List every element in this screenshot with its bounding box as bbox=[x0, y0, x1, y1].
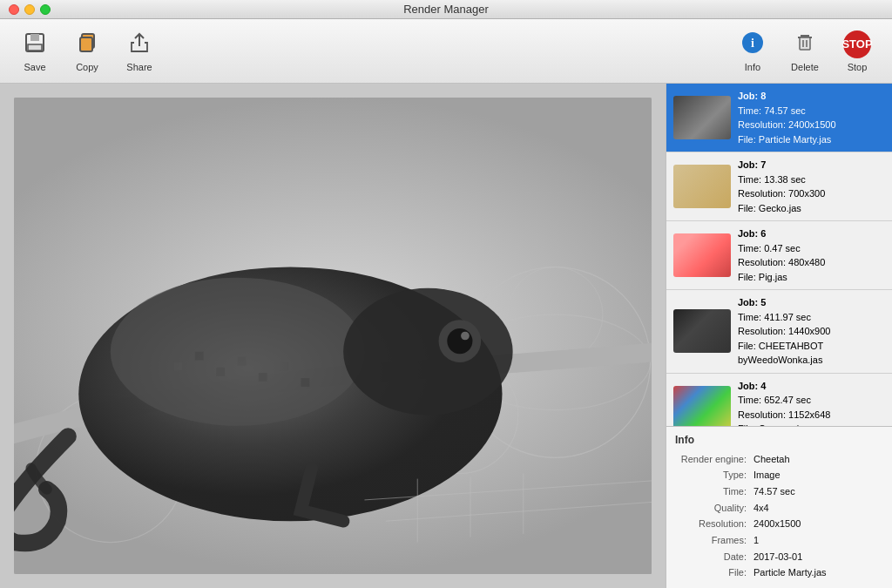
svg-rect-23 bbox=[238, 357, 247, 366]
stop-label: Stop bbox=[848, 62, 868, 72]
job-thumbnail bbox=[673, 386, 731, 426]
stop-button[interactable]: STOP Stop bbox=[833, 26, 882, 77]
window-title: Render Manager bbox=[403, 3, 489, 16]
info-button[interactable]: i Info bbox=[728, 26, 777, 77]
job-info-line: Resolution: 700x300 bbox=[738, 186, 885, 201]
right-panel: Job: 8Time: 74.57 secResolution: 2400x15… bbox=[666, 84, 892, 588]
list-item[interactable]: Job: 6Time: 0.47 secResolution: 480x480F… bbox=[666, 221, 892, 290]
info-value: 2017-03-01 bbox=[753, 549, 802, 565]
copy-icon bbox=[75, 30, 99, 58]
info-table: Render engine:CheetahType:ImageTime:74.5… bbox=[675, 451, 883, 582]
info-row: Frames:1 bbox=[675, 532, 883, 549]
maximize-button[interactable] bbox=[40, 4, 51, 15]
job-info-line: Resolution: 2400x1500 bbox=[738, 118, 885, 132]
list-item[interactable]: Job: 7Time: 13.38 secResolution: 700x300… bbox=[666, 152, 892, 221]
info-key: File: bbox=[675, 564, 753, 581]
info-key: Render engine: bbox=[675, 451, 753, 468]
info-label: Info bbox=[745, 62, 760, 72]
info-row: Render engine:Cheetah bbox=[675, 451, 883, 468]
stop-icon: STOP bbox=[843, 30, 871, 58]
info-row: Date:2017-03-01 bbox=[675, 549, 883, 565]
toolbar: Save Copy Share bbox=[0, 19, 892, 84]
toolbar-right-group: i Info Delete STOP Stop bbox=[728, 26, 882, 77]
save-icon bbox=[23, 30, 47, 58]
job-info-line: Job: 8 bbox=[738, 89, 885, 104]
svg-rect-22 bbox=[216, 368, 225, 376]
job-info: Job: 4Time: 652.47 secResolution: 1152x6… bbox=[738, 379, 885, 426]
info-icon: i bbox=[740, 30, 765, 58]
info-panel-title: Info bbox=[675, 434, 883, 446]
job-info-line: Time: 74.57 sec bbox=[738, 104, 885, 118]
traffic-lights bbox=[9, 4, 51, 15]
left-panel bbox=[0, 84, 666, 588]
svg-point-18 bbox=[447, 328, 472, 354]
job-info-line: File: Pig.jas bbox=[738, 270, 885, 285]
job-info-line: Resolution: 1152x648 bbox=[738, 408, 885, 422]
list-item[interactable]: Job: 8Time: 74.57 secResolution: 2400x15… bbox=[666, 84, 892, 152]
job-info-line: Job: 5 bbox=[738, 295, 885, 310]
info-key: Type: bbox=[675, 467, 753, 483]
svg-point-16 bbox=[343, 288, 512, 416]
info-value: 4x4 bbox=[753, 500, 769, 517]
svg-rect-24 bbox=[259, 373, 267, 382]
job-info: Job: 6Time: 0.47 secResolution: 480x480F… bbox=[738, 226, 885, 284]
save-button[interactable]: Save bbox=[10, 26, 59, 77]
info-key: Resolution: bbox=[675, 516, 753, 532]
delete-button[interactable]: Delete bbox=[780, 26, 829, 77]
job-info-line: Time: 0.47 sec bbox=[738, 241, 885, 256]
job-list: Job: 8Time: 74.57 secResolution: 2400x15… bbox=[666, 84, 892, 426]
info-value: 74.57 sec bbox=[753, 483, 795, 500]
toolbar-left-group: Save Copy Share bbox=[10, 26, 164, 77]
save-label: Save bbox=[24, 62, 45, 72]
delete-icon bbox=[793, 30, 817, 58]
info-row: Type:Image bbox=[675, 467, 883, 483]
svg-rect-26 bbox=[301, 378, 310, 387]
info-key: Quality: bbox=[675, 500, 753, 517]
svg-rect-21 bbox=[195, 352, 204, 361]
info-value: 2400x1500 bbox=[753, 516, 801, 532]
render-preview bbox=[14, 98, 652, 574]
job-info-line: File: Gecko.jas bbox=[738, 201, 885, 216]
delete-label: Delete bbox=[791, 62, 819, 72]
share-icon bbox=[127, 30, 152, 58]
job-info: Job: 5Time: 411.97 secResolution: 1440x9… bbox=[738, 295, 885, 368]
svg-point-15 bbox=[111, 278, 365, 426]
svg-rect-4 bbox=[80, 37, 92, 51]
job-info-line: Time: 13.38 sec bbox=[738, 172, 885, 187]
svg-rect-7 bbox=[800, 37, 810, 50]
job-info-line: Job: 4 bbox=[738, 379, 885, 394]
job-info: Job: 7Time: 13.38 secResolution: 700x300… bbox=[738, 158, 885, 215]
job-thumbnail bbox=[673, 96, 731, 139]
info-row: File:Particle Marty.jas bbox=[675, 564, 883, 581]
svg-rect-2 bbox=[28, 44, 42, 51]
render-background bbox=[14, 98, 652, 574]
close-button[interactable] bbox=[9, 4, 19, 15]
info-key: Frames: bbox=[675, 532, 753, 549]
copy-label: Copy bbox=[76, 62, 98, 72]
copy-button[interactable]: Copy bbox=[63, 26, 112, 77]
minimize-button[interactable] bbox=[24, 4, 35, 15]
job-info-line: File: Particle Marty.jas bbox=[738, 132, 885, 147]
list-item[interactable]: Job: 5Time: 411.97 secResolution: 1440x9… bbox=[666, 290, 892, 374]
main-content: Job: 8Time: 74.57 secResolution: 2400x15… bbox=[0, 84, 892, 588]
job-thumbnail bbox=[673, 233, 731, 277]
info-row: Time:74.57 sec bbox=[675, 483, 883, 500]
render-svg bbox=[14, 98, 652, 574]
info-value: 1 bbox=[753, 532, 759, 549]
job-info-line: Job: 6 bbox=[738, 226, 885, 241]
svg-rect-25 bbox=[280, 362, 288, 371]
info-row: Quality:4x4 bbox=[675, 500, 883, 517]
svg-text:i: i bbox=[751, 37, 754, 50]
list-item[interactable]: Job: 4Time: 652.47 secResolution: 1152x6… bbox=[666, 374, 892, 426]
titlebar: Render Manager bbox=[0, 0, 892, 19]
job-info-line: Job: 7 bbox=[738, 158, 885, 172]
info-key: Time: bbox=[675, 483, 753, 500]
job-thumbnail bbox=[673, 309, 731, 353]
job-info: Job: 8Time: 74.57 secResolution: 2400x15… bbox=[738, 89, 885, 146]
share-button[interactable]: Share bbox=[115, 26, 164, 77]
info-key: Date: bbox=[675, 549, 753, 565]
info-row: Resolution:2400x1500 bbox=[675, 516, 883, 532]
info-value: Image bbox=[753, 467, 780, 483]
svg-point-19 bbox=[461, 332, 470, 341]
info-value: Cheetah bbox=[753, 451, 790, 468]
